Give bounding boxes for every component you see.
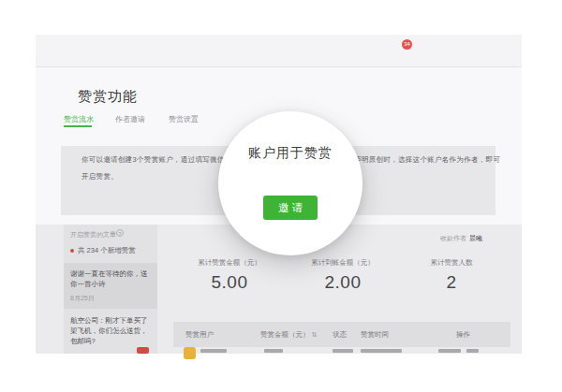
stat-label: 累计赞赏金额（元） xyxy=(183,258,276,268)
notification-badge: 34 xyxy=(402,39,412,50)
stat-label: 累计赞赏人数 xyxy=(405,258,498,268)
column-reward-amount[interactable]: 赞赏金额（元） ⇅ xyxy=(260,330,317,340)
sort-icon[interactable]: ⇅ xyxy=(312,331,318,338)
topbar xyxy=(36,35,522,67)
column-reward-user: 赞赏用户 xyxy=(185,330,214,340)
column-reward-amount-label: 赞赏金额（元） xyxy=(260,330,310,339)
table-row-user-text-clipped xyxy=(200,349,227,353)
stat-label: 累计到账金额（元） xyxy=(296,258,390,268)
stat-value: 2.00 xyxy=(296,272,390,293)
invite-button[interactable]: 邀请 xyxy=(263,196,318,220)
article-item-title[interactable]: 航空公司：刚才下单买了架飞机，你们怎么送货，包邮吗? xyxy=(70,315,153,346)
stat-total-received-amount: 累计到账金额（元） 2.00 xyxy=(296,258,390,293)
column-reward-time: 赞赏时间 xyxy=(361,330,389,340)
article-item-new-badge xyxy=(137,347,149,354)
table-row-operation-text-clipped xyxy=(466,349,479,353)
help-question-icon[interactable]: ? xyxy=(116,229,124,237)
stat-total-reward-people: 累计赞赏人数 2 xyxy=(405,258,498,293)
stat-value: 5.00 xyxy=(183,272,276,293)
payee-name-select[interactable]: 晨曦 xyxy=(469,234,482,243)
new-count-dot xyxy=(70,249,74,253)
column-status: 状态 xyxy=(333,330,347,340)
new-reward-count: 共 234 个新增赞赏 xyxy=(78,246,136,255)
article-item-title[interactable]: 谢谢一直在等待的你，送你一首小诗 xyxy=(70,269,153,289)
tab-reward-records[interactable]: 赞赏流水 xyxy=(64,114,94,124)
notice-text-line2: 开启赞赏。 xyxy=(81,172,118,181)
tab-author-invite[interactable]: 作者邀请 xyxy=(115,114,145,124)
page-title: 赞赏功能 xyxy=(78,88,138,106)
table-row-amount-text-clipped xyxy=(264,349,283,353)
table-row-operation-text-clipped xyxy=(438,349,461,353)
stat-value: 2 xyxy=(405,272,498,293)
table-row-user-avatar xyxy=(184,347,196,359)
stat-total-reward-amount: 累计赞赏金额（元） 5.00 xyxy=(183,258,276,293)
payee-label: 收款作者 xyxy=(440,234,466,243)
column-operations: 操作 xyxy=(456,330,470,340)
active-tab-underline xyxy=(64,125,92,127)
article-panel-header: 开启赞赏的文章 xyxy=(70,230,116,240)
magnifier-highlight-circle: 账户用于赞赏 邀请 xyxy=(218,111,362,255)
screenshot-canvas: 平台 34 每天读一... 订阅号 赞赏功能 赞赏流水 作者邀请 赞赏设置 你可… xyxy=(0,0,562,392)
article-item-date: 8月25日 xyxy=(70,294,95,303)
magnified-notice-text: 账户用于赞赏 xyxy=(218,145,362,162)
table-row-status-text-clipped xyxy=(333,349,353,353)
tab-reward-settings[interactable]: 赞赏设置 xyxy=(169,114,199,124)
table-row-time-text-clipped xyxy=(361,349,402,353)
